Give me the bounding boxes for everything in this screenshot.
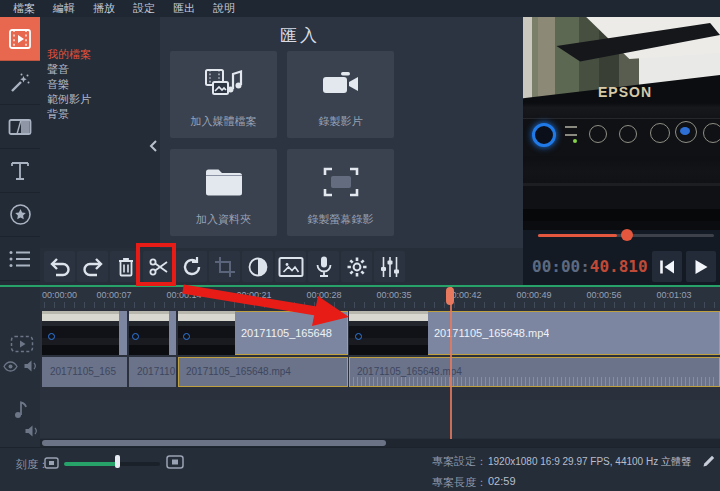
- add-folder-button[interactable]: 加入資料夾: [170, 149, 277, 236]
- add-media-files-button[interactable]: 加入媒體檔案: [170, 51, 277, 138]
- delete-icon: [116, 256, 136, 278]
- zoom-in-film-icon[interactable]: [166, 455, 184, 469]
- accent-divider: [0, 285, 720, 287]
- tab-stickers[interactable]: [0, 193, 40, 237]
- music-note-icon: [13, 399, 29, 419]
- crop-icon: [214, 256, 236, 278]
- color-adjust-icon: [247, 256, 269, 278]
- timeline-clip-2[interactable]: [129, 311, 176, 355]
- chevron-left-icon: [148, 139, 158, 153]
- ruler-label-0: 00:00:00: [42, 290, 77, 300]
- play-button[interactable]: [686, 251, 716, 282]
- import-panel-title: 匯入: [160, 24, 440, 47]
- category-my-files[interactable]: 我的檔案: [40, 47, 160, 62]
- audio-track: [40, 400, 720, 438]
- edit-project-settings-button[interactable]: [702, 454, 716, 468]
- tab-media-import[interactable]: [0, 17, 40, 61]
- menu-help[interactable]: 說明: [204, 0, 244, 17]
- timeline-zoom-slider[interactable]: [64, 462, 160, 466]
- project-length-value: 02:59: [488, 475, 516, 487]
- printer-power-button: [532, 123, 556, 147]
- printer-button: [619, 125, 637, 143]
- tab-transitions[interactable]: [0, 105, 40, 149]
- printer-button: [650, 123, 670, 143]
- clip-name-text: 20171105_165648.mp4: [357, 357, 462, 387]
- timeline-clip-3-audio[interactable]: 20171105_165648.mp4: [178, 357, 348, 387]
- category-sample-videos[interactable]: 範例影片: [40, 92, 160, 107]
- record-audio-icon: [315, 255, 333, 279]
- ruler-label-9: 00:01:03: [656, 290, 691, 300]
- timeline-ruler[interactable]: 00:00:0000:00:0700:00:1400:00:2100:00:28…: [40, 287, 720, 308]
- printer-brand-text: EPSON: [585, 84, 665, 100]
- insert-image-button[interactable]: [275, 251, 306, 282]
- timeline-scrollbar[interactable]: [40, 439, 720, 447]
- import-category-list: 我的檔案聲音音樂範例影片背景: [40, 17, 160, 122]
- eye-icon[interactable]: [3, 361, 18, 372]
- timeline-scrollbar-thumb[interactable]: [42, 440, 386, 446]
- record-video-button[interactable]: 錄製影片: [287, 51, 394, 138]
- playhead-handle[interactable]: [446, 287, 454, 305]
- add-media-icon: [170, 61, 277, 107]
- menu-file[interactable]: 檔案: [4, 0, 44, 17]
- record-screen-button[interactable]: 錄製螢幕錄影: [287, 149, 394, 236]
- annotation-highlight-box: [136, 243, 176, 286]
- menu-playback[interactable]: 播放: [84, 0, 124, 17]
- color-adjustments-button[interactable]: [242, 251, 273, 282]
- clip-thumbnail: [42, 311, 119, 355]
- preview-seekbar-handle[interactable]: [621, 229, 633, 241]
- menu-edit[interactable]: 編輯: [44, 0, 84, 17]
- skip-to-start-button[interactable]: [652, 251, 682, 282]
- clip-name-text: 2017110.: [137, 357, 176, 387]
- undo-button[interactable]: [44, 251, 75, 282]
- undo-icon: [48, 256, 72, 278]
- screen-capture-icon: [287, 159, 394, 205]
- timeline: 00:00:0000:00:0700:00:1400:00:2100:00:28…: [0, 287, 720, 447]
- ruler-label-7: 00:00:49: [516, 290, 551, 300]
- video-preview-pane: EPSON: [523, 0, 720, 248]
- redo-button[interactable]: [77, 251, 108, 282]
- clip-name-text: 20171105_165648.mp4: [186, 357, 291, 387]
- menu-settings[interactable]: 設定: [124, 0, 164, 17]
- speaker-icon[interactable]: [24, 424, 40, 438]
- tab-filters[interactable]: [0, 61, 40, 105]
- record-audio-button[interactable]: [308, 251, 339, 282]
- timeline-clip-3[interactable]: 20171105_165648: [178, 311, 348, 355]
- printer-ink-icon: [680, 127, 690, 135]
- zoom-slider-thumb[interactable]: [115, 455, 120, 468]
- timeline-clip-2-audio[interactable]: 2017110.: [129, 357, 176, 387]
- category-music[interactable]: 音樂: [40, 77, 160, 92]
- import-panel: 匯入 加入媒體檔案錄製影片加入資料夾錄製螢幕錄影: [160, 17, 523, 248]
- preview-seekbar[interactable]: [538, 234, 714, 237]
- settings-button[interactable]: [341, 251, 372, 282]
- rotate-button[interactable]: [176, 251, 207, 282]
- collapse-panel-button[interactable]: [146, 130, 160, 162]
- audio-levels-button[interactable]: [374, 251, 405, 282]
- tab-titles[interactable]: [0, 149, 40, 193]
- category-backgrounds[interactable]: 背景: [40, 107, 160, 122]
- zoom-out-film-icon[interactable]: [44, 457, 59, 469]
- timecode-current: 40.810: [590, 257, 648, 276]
- menu-bar: 檔案編輯播放設定匯出說明: [0, 0, 720, 17]
- record-screen-button-label: 錄製螢幕錄影: [287, 212, 394, 227]
- category-sounds[interactable]: 聲音: [40, 62, 160, 77]
- tab-more-tools[interactable]: [0, 237, 40, 281]
- stickers-icon: [9, 203, 32, 226]
- timeline-clip-1[interactable]: [42, 311, 127, 355]
- crop-button[interactable]: [209, 251, 240, 282]
- transitions-icon: [8, 117, 32, 137]
- timeline-clip-4-audio[interactable]: 20171105_165648.mp4: [349, 357, 720, 387]
- timecode-static: 00:00:: [532, 257, 590, 276]
- more-tools-icon: [8, 249, 32, 269]
- status-bar: 刻度： 專案設定： 1920x1080 16:9 29.97 FPS, 4410…: [0, 447, 720, 491]
- rotate-icon: [180, 255, 204, 279]
- playhead-line: [450, 287, 452, 439]
- printer-indicator-icons: [565, 126, 577, 136]
- speaker-icon[interactable]: [23, 359, 39, 373]
- transport-bar: 00:00:40.810: [523, 248, 720, 285]
- menu-export[interactable]: 匯出: [164, 0, 204, 17]
- playback-buttons: [652, 251, 716, 282]
- timeline-clip-4[interactable]: 20171105_165648.mp4: [349, 311, 720, 355]
- clip-filename-label: 20171105_165648: [235, 327, 332, 339]
- printer-button: [703, 123, 720, 143]
- timeline-clip-1-audio[interactable]: 20171105_165: [42, 357, 127, 387]
